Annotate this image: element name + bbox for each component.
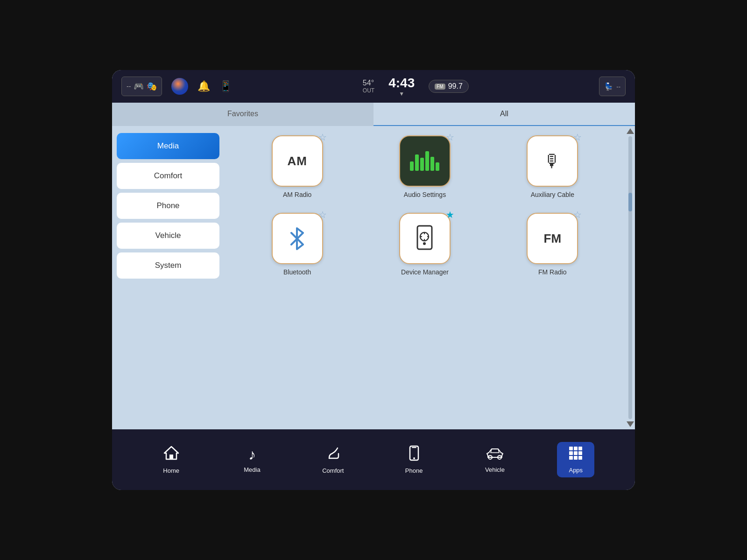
app-device-manager[interactable]: ★ Device Manager: [366, 213, 484, 276]
temp-label: OUT: [363, 87, 374, 94]
scroll-thumb[interactable]: [628, 193, 632, 211]
nav-item-home[interactable]: Home: [153, 445, 190, 474]
svg-rect-15: [578, 451, 582, 455]
bell-icon: 🔔: [197, 80, 210, 92]
nav-item-apps[interactable]: Apps: [557, 442, 594, 477]
sidebar-item-comfort[interactable]: Comfort: [117, 163, 219, 189]
right-widget: 💺 --: [599, 77, 626, 96]
app-icon-wrapper-device: ★: [399, 213, 451, 264]
nav-label-vehicle: Vehicle: [485, 466, 505, 473]
bar-5: [430, 157, 434, 171]
svg-rect-14: [574, 451, 578, 455]
app-audio-settings[interactable]: ☆: [366, 135, 484, 199]
fm-badge: FM: [435, 84, 445, 90]
app-auxiliary-cable[interactable]: ☆ 🎙 Auxiliary Cable: [493, 135, 612, 199]
bar-6: [436, 162, 439, 171]
seat-comfort-icon: [325, 445, 340, 464]
svg-point-6: [413, 457, 415, 459]
scrollbar: [626, 126, 635, 429]
nav-label-comfort: Comfort: [322, 467, 344, 474]
app-icon-wrapper-aux: ☆ 🎙: [527, 135, 578, 187]
bar-4: [425, 151, 429, 171]
temperature: 54°: [363, 79, 374, 87]
status-center: 54° OUT 4:43 ▼ FM 99.7: [241, 76, 590, 97]
tab-favorites[interactable]: Favorites: [112, 103, 374, 126]
nav-item-phone[interactable]: Phone: [395, 445, 433, 474]
app-icon-device-manager: [399, 213, 451, 264]
bar-2: [415, 154, 419, 171]
svg-rect-16: [569, 456, 573, 460]
sidebar: Media Comfort Phone Vehicle System: [112, 126, 224, 429]
star-am-radio[interactable]: ☆: [318, 132, 327, 143]
sidebar-item-system[interactable]: System: [117, 252, 219, 279]
temp-display: 54° OUT: [363, 79, 374, 94]
sidebar-item-media[interactable]: Media: [117, 133, 219, 159]
home-icon: [163, 445, 179, 464]
svg-point-1: [423, 242, 426, 245]
star-device-manager[interactable]: ★: [446, 209, 454, 220]
sidebar-item-phone[interactable]: Phone: [117, 193, 219, 219]
tab-all[interactable]: All: [374, 103, 635, 126]
app-icon-aux-cable: 🎙: [527, 135, 578, 187]
left-widget: -- 🎮 🎭: [121, 77, 162, 96]
star-auxiliary-cable[interactable]: ☆: [573, 132, 582, 143]
nav-label-apps: Apps: [569, 467, 583, 474]
app-label-audio-settings: Audio Settings: [404, 190, 446, 199]
scroll-track: [628, 136, 632, 419]
app-fm-radio[interactable]: ☆ FM FM Radio: [493, 213, 612, 276]
app-label-am-radio: AM Radio: [283, 190, 311, 199]
app-icon-wrapper-audio: ☆: [399, 135, 451, 187]
phone-signal-icon: 📱: [219, 80, 232, 92]
music-note-icon: ♪: [248, 446, 256, 463]
apps-grid-icon: [568, 446, 583, 464]
svg-rect-17: [574, 456, 578, 460]
app-label-bluetooth: Bluetooth: [283, 268, 311, 276]
bar-3: [420, 158, 424, 171]
tab-bar: Favorites All: [112, 103, 635, 126]
app-label-auxiliary-cable: Auxiliary Cable: [531, 190, 574, 199]
scroll-down-arrow[interactable]: [627, 421, 634, 427]
aux-mic-icon: 🎙: [543, 151, 561, 171]
svg-rect-0: [417, 226, 432, 249]
svg-rect-10: [569, 447, 573, 450]
content-area: Media Comfort Phone Vehicle System: [112, 126, 635, 429]
nav-item-media[interactable]: ♪ Media: [233, 446, 271, 473]
car-icon: [485, 446, 505, 463]
bottom-nav: Home ♪ Media Comfort: [112, 429, 635, 490]
phone-nav-icon: [409, 445, 419, 464]
app-am-radio[interactable]: ☆ AM AM Radio: [238, 135, 356, 199]
star-fm-radio[interactable]: ☆: [573, 209, 582, 220]
globe-icon: [171, 78, 188, 95]
svg-rect-13: [569, 451, 573, 455]
svg-rect-4: [169, 455, 173, 459]
bar-1: [410, 161, 414, 171]
right-dashes: --: [616, 83, 620, 90]
sidebar-item-vehicle[interactable]: Vehicle: [117, 223, 219, 249]
star-audio-settings[interactable]: ☆: [446, 132, 454, 143]
nav-item-vehicle[interactable]: Vehicle: [476, 446, 514, 473]
apps-grid: ☆ AM AM Radio ☆: [224, 126, 626, 429]
mask-icon: 🎭: [147, 81, 157, 91]
app-bluetooth[interactable]: ☆ Bluetooth: [238, 213, 356, 276]
app-icon-wrapper-fm: ☆ FM: [527, 213, 578, 264]
nav-item-comfort[interactable]: Comfort: [314, 445, 352, 474]
app-label-fm-radio: FM Radio: [538, 268, 567, 276]
radio-freq: 99.7: [448, 82, 463, 91]
radio-display: FM 99.7: [429, 80, 469, 93]
app-icon-audio-settings: [399, 135, 451, 187]
status-bar: -- 🎮 🎭 🔔 📱 54° OUT 4:43 ▼ FM 99.7: [112, 70, 635, 103]
audio-bars-icon: [410, 151, 439, 171]
device-manager-svg: [412, 224, 437, 254]
svg-rect-11: [574, 447, 578, 450]
nav-label-home: Home: [163, 467, 179, 474]
svg-rect-12: [578, 447, 582, 450]
star-bluetooth[interactable]: ☆: [318, 209, 327, 220]
scroll-up-arrow[interactable]: [627, 128, 634, 134]
seat-icon-right: 💺: [604, 82, 613, 91]
time-block: 4:43 ▼: [388, 76, 415, 97]
dashes-label: --: [127, 83, 131, 90]
time-arrow: ▼: [388, 91, 415, 97]
app-icon-wrapper-am: ☆ AM: [272, 135, 323, 187]
time-display: 4:43: [388, 76, 415, 91]
app-label-device-manager: Device Manager: [401, 268, 449, 276]
